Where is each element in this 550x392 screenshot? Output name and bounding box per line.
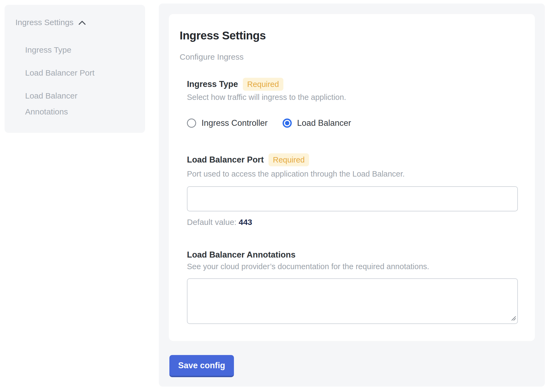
radio-label: Ingress Controller [202,118,268,128]
load-balancer-port-input[interactable] [187,186,518,211]
load-balancer-annotations-label: Load Balancer Annotations [187,250,296,260]
page-title: Ingress Settings [180,29,524,42]
default-value-label: Default value: [187,218,236,227]
ingress-type-label: Ingress Type [187,79,238,89]
sidebar-item-list: Ingress Type Load Balancer Port Load Bal… [25,42,145,120]
config-main-panel: Ingress Settings Configure Ingress Ingre… [159,4,545,387]
ingress-settings-card: Ingress Settings Configure Ingress Ingre… [169,14,535,341]
radio-checked-icon[interactable] [283,119,292,128]
sidebar-item-ingress-type[interactable]: Ingress Type [25,42,117,58]
sidebar-item-load-balancer-port[interactable]: Load Balancer Port [25,65,117,81]
load-balancer-annotations-description: See your cloud provider’s documentation … [187,262,524,271]
load-balancer-annotations-textarea[interactable] [187,278,518,324]
ingress-type-radio-group: Ingress Controller Load Balancer [187,118,524,128]
default-value-hint: Default value:443 [187,217,524,227]
save-config-button[interactable]: Save config [169,355,234,377]
sidebar-section-label: Ingress Settings [15,18,73,27]
ingress-type-label-row: Ingress Type Required [187,78,524,91]
load-balancer-port-label-row: Load Balancer Port Required [187,153,524,166]
load-balancer-annotations-label-row: Load Balancer Annotations [187,250,524,260]
required-badge: Required [269,153,309,166]
default-value-number: 443 [239,218,252,227]
page-subtitle: Configure Ingress [180,52,524,62]
sidebar-section-ingress-settings[interactable]: Ingress Settings [15,18,145,27]
radio-option-load-balancer[interactable]: Load Balancer [283,118,351,128]
sidebar-item-load-balancer-annotations[interactable]: Load Balancer Annotations [25,88,117,120]
settings-outline-sidebar: Ingress Settings Ingress Type Load Balan… [5,5,145,133]
load-balancer-port-label: Load Balancer Port [187,155,264,165]
required-badge: Required [243,78,283,91]
radio-option-ingress-controller[interactable]: Ingress Controller [187,118,268,128]
chevron-up-icon [78,19,86,26]
ingress-type-description: Select how traffic will ingress to the a… [187,92,524,102]
form-sections: Ingress Type Required Select how traffic… [187,78,524,324]
radio-unchecked-icon[interactable] [187,119,196,128]
radio-label: Load Balancer [297,118,351,128]
load-balancer-annotations-field [187,278,518,324]
load-balancer-port-description: Port used to access the application thro… [187,169,524,179]
